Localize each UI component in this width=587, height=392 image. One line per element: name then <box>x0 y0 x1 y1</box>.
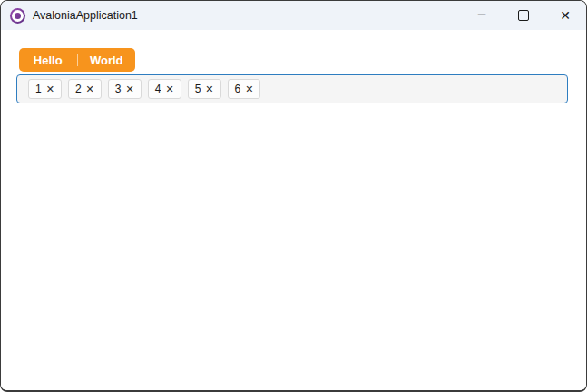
chip-label: 6 <box>235 83 241 95</box>
chip-close-button[interactable]: ✕ <box>245 84 253 94</box>
chip: 2 ✕ <box>68 79 102 99</box>
chip-close-button[interactable]: ✕ <box>205 84 213 94</box>
chip-label: 4 <box>155 83 161 95</box>
maximize-icon <box>518 10 529 21</box>
tab-strip: Hello World <box>19 48 135 72</box>
avalonia-logo-icon <box>10 8 25 24</box>
chip-label: 5 <box>195 83 201 95</box>
chip: 4 ✕ <box>148 79 181 99</box>
chip-close-button[interactable]: ✕ <box>165 84 173 94</box>
main-content: Hello World 1 ✕ 2 ✕ 3 ✕ 4 ✕ 5 ✕ <box>1 30 586 390</box>
chip-close-button[interactable]: ✕ <box>46 84 54 94</box>
chip: 5 ✕ <box>188 79 221 99</box>
tab-world[interactable]: World <box>78 48 136 72</box>
app-window: AvaloniaApplication1 ─ ✕ Hello World 1 ✕ <box>0 0 587 392</box>
minimize-icon: ─ <box>478 8 485 21</box>
tab-hello[interactable]: Hello <box>19 48 77 72</box>
titlebar[interactable]: AvaloniaApplication1 ─ ✕ <box>1 1 586 30</box>
chip: 6 ✕ <box>228 79 261 99</box>
caption-buttons: ─ ✕ <box>461 1 586 30</box>
chip-input-box[interactable]: 1 ✕ 2 ✕ 3 ✕ 4 ✕ 5 ✕ 6 ✕ <box>16 74 568 103</box>
close-button[interactable]: ✕ <box>544 1 586 30</box>
window-title: AvaloniaApplication1 <box>33 9 138 22</box>
chip-label: 2 <box>75 83 82 95</box>
chip-label: 3 <box>115 83 122 95</box>
minimize-button[interactable]: ─ <box>461 1 503 30</box>
chip: 1 ✕ <box>28 79 62 99</box>
chip-close-button[interactable]: ✕ <box>86 84 94 94</box>
chip-close-button[interactable]: ✕ <box>126 84 134 94</box>
chip: 3 ✕ <box>108 79 142 99</box>
chip-label: 1 <box>35 83 42 95</box>
maximize-button[interactable] <box>503 1 544 30</box>
close-icon: ✕ <box>560 9 571 22</box>
